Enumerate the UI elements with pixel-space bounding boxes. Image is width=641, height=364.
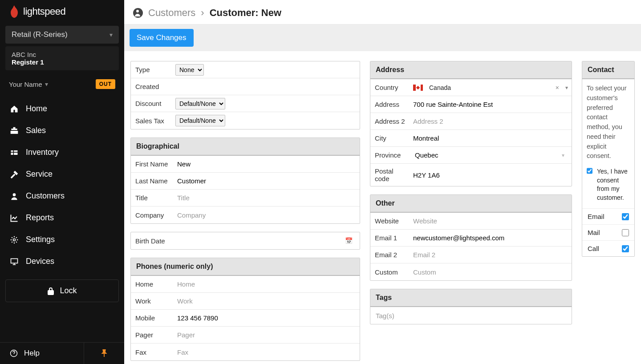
lock-button[interactable]: Lock [5, 279, 119, 302]
chevron-down-icon: ▾ [110, 31, 113, 38]
register-icon [10, 126, 19, 135]
sidebar-item-settings[interactable]: Settings [0, 229, 124, 251]
email1-input[interactable] [411, 231, 569, 244]
discount-label: Discount [131, 96, 175, 111]
contact-call-checkbox[interactable] [622, 245, 629, 252]
flag-icon [413, 85, 423, 91]
sidebar-item-sales[interactable]: Sales [0, 120, 124, 142]
pin-icon [101, 349, 108, 357]
tags-input[interactable] [374, 309, 568, 322]
company-input[interactable] [175, 209, 357, 222]
breadcrumb-current: Customer: New [210, 7, 281, 19]
out-badge[interactable]: OUT [96, 79, 115, 89]
brand-text: lightspeed [23, 6, 65, 17]
address-input[interactable] [411, 98, 569, 111]
consent-checkbox[interactable] [587, 167, 592, 174]
title-input[interactable] [175, 191, 357, 204]
country-select[interactable]: Canada × ▾ [411, 81, 572, 94]
sidebar-footer: Help [0, 342, 124, 364]
svg-point-0 [13, 193, 16, 196]
brand-logo[interactable]: lightspeed [0, 0, 124, 22]
gear-icon [10, 235, 19, 244]
chevron-right-icon: › [201, 7, 204, 19]
svg-point-1 [13, 239, 16, 241]
lastname-label: Last Name [131, 174, 175, 188]
tags-card: Tags [370, 289, 572, 324]
address2-input[interactable] [411, 115, 569, 128]
pin-button[interactable] [84, 343, 124, 364]
lock-label: Lock [60, 286, 77, 295]
customers-icon [133, 8, 143, 18]
help-button[interactable]: Help [0, 343, 84, 364]
discount-select[interactable]: Default/None [175, 98, 225, 109]
nav-label: Home [26, 104, 47, 113]
contact-mail-checkbox[interactable] [622, 229, 629, 236]
nav-label: Inventory [26, 148, 59, 157]
firstname-label: First Name [131, 157, 175, 171]
title-label: Title [131, 190, 175, 205]
province-label: Province [370, 148, 411, 162]
email2-input[interactable] [411, 248, 569, 261]
lock-icon [47, 287, 54, 295]
salestax-select[interactable]: Default/None [175, 115, 225, 126]
birth-card: Birth Date📅 [130, 232, 360, 250]
chevron-down-icon: ▾ [45, 81, 48, 88]
phone-mobile-input[interactable] [175, 311, 357, 324]
nav-label: Settings [26, 235, 55, 244]
sidebar-item-inventory[interactable]: Inventory [0, 142, 124, 163]
address2-label: Address 2 [370, 114, 411, 129]
sidebar-item-reports[interactable]: Reports [0, 207, 124, 229]
user-name: Your Name [9, 81, 42, 88]
nav-label: Customers [26, 191, 65, 201]
sidebar-item-service[interactable]: Service [0, 163, 124, 185]
sidebar-item-customers[interactable]: Customers [0, 185, 124, 207]
postal-input[interactable] [411, 169, 569, 182]
phone-pager-input[interactable] [175, 328, 357, 341]
nav: Home Sales Inventory Service Customers R… [0, 98, 124, 272]
save-button[interactable]: Save Changes [130, 29, 194, 47]
phone-fax-input[interactable] [175, 346, 357, 359]
calendar-icon[interactable]: 📅 [345, 237, 353, 244]
province-select[interactable] [411, 149, 562, 162]
chevron-down-icon[interactable]: ▾ [562, 152, 564, 158]
sidebar: lightspeed Retail (R-Series) ▾ ABC Inc R… [0, 0, 124, 364]
phones-header: Phones (numeric only) [131, 258, 360, 276]
breadcrumb-parent[interactable]: Customers [148, 7, 195, 19]
shop-context[interactable]: ABC Inc Register 1 [5, 46, 119, 70]
product-selector[interactable]: Retail (R-Series) ▾ [5, 26, 119, 44]
city-label: City [370, 131, 411, 146]
help-icon [10, 349, 18, 357]
phone-home-input[interactable] [175, 278, 357, 291]
content: TypeNone Created DiscountDefault/None Sa… [124, 51, 641, 364]
sidebar-item-home[interactable]: Home [0, 98, 124, 120]
chevron-down-icon[interactable]: ▾ [565, 85, 568, 91]
type-select[interactable]: None [175, 64, 204, 76]
lastname-input[interactable] [175, 174, 357, 187]
phone-work-input[interactable] [175, 295, 357, 307]
sidebar-item-devices[interactable]: Devices [0, 251, 124, 272]
contact-email-checkbox[interactable] [622, 213, 629, 220]
country-value: Canada [429, 84, 451, 91]
consent-label: Yes, I have consent from my customer. [597, 167, 630, 202]
phone-fax-label: Fax [131, 345, 175, 360]
birthdate-input[interactable] [175, 235, 345, 247]
type-label: Type [131, 62, 175, 77]
website-input[interactable] [411, 214, 569, 227]
product-label: Retail (R-Series) [12, 30, 68, 39]
user-row[interactable]: Your Name▾ OUT [6, 77, 118, 92]
phone-mobile-label: Mobile [131, 311, 175, 325]
phone-work-label: Work [131, 294, 175, 308]
address-header: Address [370, 61, 572, 79]
svg-rect-2 [11, 259, 18, 263]
phone-pager-label: Pager [131, 328, 175, 342]
address-label: Address [370, 97, 411, 112]
custom-input[interactable] [411, 266, 569, 279]
firstname-input[interactable] [175, 158, 357, 170]
country-label: Country [370, 80, 411, 95]
city-input[interactable] [411, 132, 569, 145]
bio-header: Biographical [131, 138, 360, 156]
email2-label: Email 2 [370, 247, 411, 262]
clear-icon[interactable]: × [556, 84, 559, 91]
flame-icon [9, 5, 20, 18]
breadcrumb: Customers › Customer: New [124, 0, 641, 24]
